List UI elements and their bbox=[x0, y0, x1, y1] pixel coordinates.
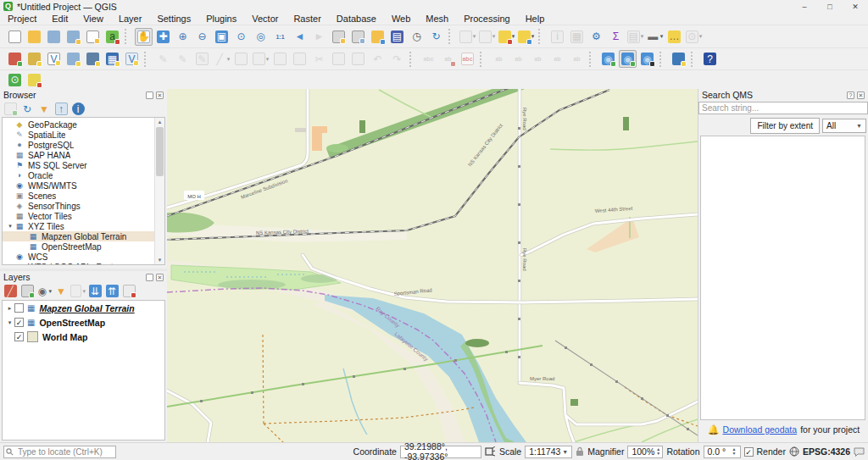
zoom-to-layer-button[interactable]: ◎ bbox=[252, 28, 270, 46]
qms-search-input[interactable] bbox=[698, 102, 868, 114]
dropdown-arrow-icon[interactable]: ▾ bbox=[48, 288, 52, 295]
pan-map-button[interactable]: ✋ bbox=[135, 28, 153, 46]
new-virtual-layer-button[interactable]: V bbox=[123, 50, 141, 68]
new-raster-layer-button[interactable]: ▦ bbox=[103, 50, 121, 68]
filter-legend-button[interactable]: ▼ bbox=[53, 284, 69, 299]
qms-results-list[interactable] bbox=[700, 136, 865, 420]
browser-item-wfs-ogc-api-features[interactable]: ◉WFS / OGC API - Features bbox=[3, 262, 154, 265]
coordinate-input[interactable]: 39.21988°, -93.97336° bbox=[400, 446, 481, 458]
dropdown-arrow-icon[interactable]: ▾ bbox=[82, 288, 86, 295]
layer-item-openstreetmap[interactable]: ▾✓▦OpenStreetMap bbox=[3, 315, 164, 330]
dropdown-arrow-icon[interactable]: ▾ bbox=[641, 33, 644, 40]
quickosm-edit-button[interactable] bbox=[25, 71, 43, 89]
refresh-button[interactable]: ↻ bbox=[427, 28, 445, 46]
measure-line-button[interactable]: ▬▾ bbox=[646, 28, 664, 46]
browser-item-wms-wmts[interactable]: ◉WMS/WMTS bbox=[3, 180, 154, 191]
python-console-button[interactable] bbox=[670, 50, 687, 68]
layers-float-button[interactable] bbox=[146, 274, 153, 281]
save-project-button[interactable] bbox=[45, 28, 63, 46]
menu-view[interactable]: View bbox=[75, 13, 111, 25]
browser-item-oracle[interactable]: ◗Oracle bbox=[3, 170, 154, 180]
new-map-view-button[interactable] bbox=[330, 28, 348, 46]
browser-item-xyz-tiles[interactable]: ▾▦XYZ Tiles bbox=[3, 221, 154, 231]
menu-edit[interactable]: Edit bbox=[44, 13, 75, 25]
restore-button[interactable]: □ bbox=[817, 0, 843, 13]
map-tips-button[interactable]: … bbox=[665, 28, 683, 46]
zoom-to-selection-button[interactable]: ⊙ bbox=[232, 28, 250, 46]
menu-layer[interactable]: Layer bbox=[111, 13, 150, 25]
map-canvas[interactable]: MO H Marceline Subdivision NS Kansas Cit… bbox=[167, 89, 698, 442]
expand-all-button[interactable]: ⇊ bbox=[87, 284, 103, 299]
expander-icon[interactable]: ▸ bbox=[5, 305, 14, 312]
dropdown-arrow-icon[interactable]: ▾ bbox=[699, 33, 703, 40]
layer-item-mapzen-global-terrain[interactable]: ▸▦Mapzen Global Terrain bbox=[3, 301, 164, 315]
browser-item-scenes[interactable]: ▣Scenes bbox=[3, 191, 154, 201]
menu-processing[interactable]: Processing bbox=[456, 13, 517, 25]
help-button[interactable]: ? bbox=[701, 50, 719, 68]
new-geopackage-layer-button[interactable] bbox=[25, 50, 43, 68]
layer-styling-button[interactable]: ╱ bbox=[3, 284, 18, 299]
dropdown-arrow-icon[interactable]: ▾ bbox=[266, 56, 270, 63]
zoom-in-button[interactable]: ⊕ bbox=[174, 28, 192, 46]
deselect-features-button[interactable]: ▾ bbox=[498, 28, 515, 46]
service-type-dropdown[interactable]: All ▼ bbox=[822, 119, 866, 133]
layer-visibility-checkbox[interactable] bbox=[14, 303, 24, 313]
new-3d-map-view-button[interactable] bbox=[349, 28, 367, 46]
browser-close-button[interactable]: ✕ bbox=[156, 91, 164, 99]
download-geodata-link[interactable]: Download geodata bbox=[723, 424, 798, 435]
extents-icon[interactable] bbox=[485, 446, 496, 457]
crs-globe-icon[interactable] bbox=[789, 446, 799, 457]
scroll-up-icon[interactable]: ▲ bbox=[155, 118, 164, 126]
expander-icon[interactable]: ▾ bbox=[6, 223, 14, 230]
locator-search[interactable] bbox=[3, 446, 116, 458]
browser-item-sap-hana[interactable]: ▦SAP HANA bbox=[3, 150, 154, 160]
magnifier-spinbox[interactable]: 100% ▲▼ bbox=[627, 446, 663, 458]
menu-vector[interactable]: Vector bbox=[244, 13, 286, 25]
menu-plugins[interactable]: Plugins bbox=[198, 13, 244, 25]
layer-visibility-checkbox[interactable]: ✓ bbox=[14, 332, 24, 341]
menu-project[interactable]: Project bbox=[0, 13, 44, 25]
new-spatial-bookmark-button[interactable] bbox=[369, 28, 387, 46]
collapse-all-button[interactable]: ⇈ bbox=[104, 284, 120, 299]
manage-map-themes-button[interactable]: ◉▾ bbox=[36, 284, 52, 299]
zoom-last-button[interactable]: ◄ bbox=[291, 28, 309, 46]
browser-collapse-all-button[interactable]: ↑ bbox=[53, 102, 69, 117]
browser-filter-button[interactable]: ▼ bbox=[36, 102, 52, 117]
dropdown-arrow-icon[interactable]: ▾ bbox=[473, 33, 476, 40]
browser-item-openstreetmap[interactable]: ▦OpenStreetMap bbox=[3, 241, 154, 252]
menu-database[interactable]: Database bbox=[329, 13, 384, 25]
menu-help[interactable]: Help bbox=[518, 13, 553, 25]
open-project-button[interactable] bbox=[25, 28, 43, 46]
browser-item-wcs[interactable]: ◉WCS bbox=[3, 252, 154, 262]
menu-mesh[interactable]: Mesh bbox=[418, 13, 456, 25]
new-project-button[interactable] bbox=[6, 28, 24, 46]
browser-scrollbar[interactable]: ▲ ▼ bbox=[154, 118, 164, 264]
render-checkbox[interactable]: ✓ bbox=[744, 447, 754, 457]
browser-refresh-button[interactable]: ↻ bbox=[19, 102, 35, 117]
lock-icon[interactable] bbox=[576, 446, 584, 457]
layer-visibility-checkbox[interactable]: ✓ bbox=[14, 318, 24, 327]
data-source-manager-button[interactable] bbox=[6, 50, 24, 68]
crs-value[interactable]: EPSG:4326 bbox=[803, 446, 850, 457]
minimize-button[interactable]: – bbox=[792, 0, 817, 13]
qms-browse-button[interactable]: ◉ bbox=[638, 50, 656, 68]
spinner-arrows[interactable]: ▲▼ bbox=[656, 447, 660, 456]
project-properties-button[interactable] bbox=[84, 28, 102, 46]
add-group-button[interactable] bbox=[19, 284, 35, 299]
layer-item-world-map[interactable]: ✓World Map bbox=[3, 330, 164, 344]
messages-icon[interactable] bbox=[854, 447, 865, 457]
browser-item-vector-tiles[interactable]: ▦Vector Tiles bbox=[3, 211, 154, 221]
browser-item-sensorthings[interactable]: ◈SensorThings bbox=[3, 201, 154, 211]
osm-place-search-button[interactable]: ⊙ bbox=[6, 71, 24, 89]
style-manager-button[interactable]: a bbox=[103, 28, 121, 46]
locator-input[interactable] bbox=[3, 446, 116, 458]
processing-toolbox-button[interactable]: ⚙ bbox=[587, 28, 605, 46]
browser-item-spatialite[interactable]: ✎SpatiaLite bbox=[3, 130, 154, 140]
qms-add-basemap-button[interactable]: ◉ bbox=[599, 50, 617, 68]
scale-combo[interactable]: 1:11743 ▼ bbox=[525, 446, 572, 458]
browser-item-geopackage[interactable]: ◆GeoPackage bbox=[3, 119, 154, 130]
expander-icon[interactable]: ▾ bbox=[5, 319, 14, 326]
browser-item-postgresql[interactable]: ●PostgreSQL bbox=[3, 140, 154, 150]
show-statistical-summary-button[interactable]: Σ bbox=[607, 28, 625, 46]
new-spatialite-layer-button[interactable] bbox=[64, 50, 82, 68]
